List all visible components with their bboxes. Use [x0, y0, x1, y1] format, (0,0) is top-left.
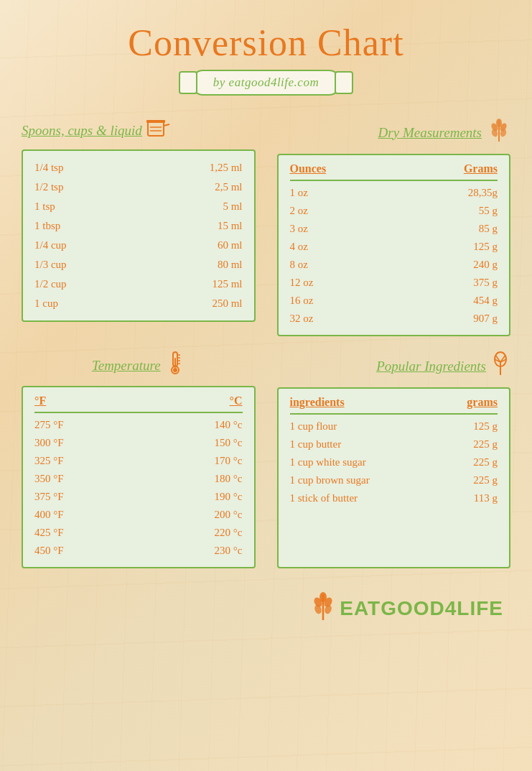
- table-cell: 3 oz: [290, 223, 308, 235]
- table-row: 4 oz125 g: [290, 238, 498, 256]
- table-cell: 1/4 cup: [34, 239, 67, 251]
- table-row: 16 oz454 g: [290, 292, 498, 310]
- table-cell: 200 °c: [215, 509, 243, 521]
- table-row: 1/3 cup80 ml: [34, 255, 243, 274]
- table-cell: 28,35g: [468, 187, 498, 199]
- wheat-icon: [487, 117, 510, 148]
- table-cell: 375 °F: [34, 491, 64, 503]
- table-cell: 240 g: [473, 259, 498, 271]
- dry-header: Dry Measurements: [277, 117, 511, 148]
- table-cell: 1 tsp: [34, 200, 55, 213]
- table-cell: 190 °c: [215, 491, 243, 503]
- table-row: 1 cup white sugar225 g: [290, 453, 498, 471]
- table-cell: 1/2 cup: [34, 278, 67, 290]
- table-cell: 1 oz: [290, 187, 308, 199]
- table-cell: 60 ml: [218, 239, 243, 251]
- table-row: 300 °F150 °c: [34, 434, 243, 452]
- subtitle-banner: by eatgood4life.com: [22, 70, 510, 96]
- rolling-pin: by eatgood4life.com: [190, 70, 342, 96]
- table-cell: 32 oz: [290, 313, 314, 325]
- table-row: 1/2 cup125 ml: [34, 274, 243, 294]
- dry-rows: 1 oz28,35g2 oz55 g3 oz85 g4 oz125 g8 oz2…: [290, 184, 498, 328]
- dry-table-header: Ounces Grams: [290, 162, 498, 181]
- table-cell: 15 ml: [218, 220, 243, 232]
- table-cell: 450 °F: [34, 545, 64, 557]
- table-cell: 325 °F: [34, 455, 64, 467]
- table-cell: 400 °F: [34, 509, 64, 521]
- table-row: 1/4 cup60 ml: [34, 236, 243, 255]
- table-cell: 1,25 ml: [210, 162, 243, 174]
- ingredients-section: Popular Ingredients ingredients: [277, 351, 511, 568]
- whisk-icon: [490, 351, 510, 382]
- table-row: 1 cup flour125 g: [290, 417, 498, 435]
- table-row: 1 tbsp15 ml: [34, 216, 243, 236]
- table-cell: 225 g: [473, 456, 498, 468]
- table-cell: 1/4 tsp: [34, 162, 63, 174]
- table-row: 1 cup250 ml: [34, 294, 243, 313]
- ingredients-header: Popular Ingredients: [277, 351, 511, 382]
- svg-rect-14: [174, 358, 176, 368]
- table-cell: 125 g: [473, 420, 498, 433]
- table-cell: 125 ml: [212, 278, 242, 290]
- table-cell: 80 ml: [218, 259, 243, 271]
- table-cell: 220 °c: [215, 527, 243, 539]
- table-cell: 16 oz: [290, 295, 314, 307]
- table-cell: 425 °F: [34, 527, 64, 539]
- table-cell: 275 °F: [34, 419, 64, 431]
- thermometer-icon: [165, 351, 185, 380]
- ingredients-header-left: ingredients: [290, 396, 345, 409]
- table-row: 3 oz85 g: [290, 220, 498, 238]
- table-cell: 1 cup white sugar: [290, 456, 366, 468]
- table-cell: 4 oz: [290, 241, 308, 253]
- footer-wheat-icon: [309, 590, 337, 627]
- table-cell: 85 g: [479, 223, 498, 235]
- svg-point-13: [173, 368, 177, 372]
- table-row: 12 oz375 g: [290, 274, 498, 292]
- table-row: 425 °F220 °c: [34, 524, 243, 542]
- footer: EATGOOD4LIFE: [22, 590, 510, 627]
- table-row: 2 oz55 g: [290, 202, 498, 220]
- table-row: 8 oz240 g: [290, 256, 498, 274]
- footer-text: EATGOOD4LIFE: [340, 597, 503, 620]
- ingredients-rows: 1 cup flour125 g1 cup butter225 g1 cup w…: [290, 417, 498, 507]
- table-row: 1 stick of butter113 g: [290, 489, 498, 507]
- table-cell: 1 cup brown sugar: [290, 474, 370, 486]
- table-row: 1 tsp5 ml: [34, 197, 243, 216]
- table-cell: 1/2 tsp: [34, 181, 63, 193]
- table-row: 1 cup brown sugar225 g: [290, 471, 498, 489]
- table-row: 400 °F200 °c: [34, 506, 243, 524]
- table-cell: 170 °c: [215, 455, 243, 467]
- svg-rect-1: [146, 120, 165, 123]
- dry-section: Dry Measurements Ounces Grams: [277, 117, 511, 336]
- table-cell: 230 °c: [215, 545, 243, 557]
- table-row: 325 °F170 °c: [34, 452, 243, 470]
- svg-rect-0: [148, 121, 164, 136]
- table-cell: 5 ml: [223, 200, 242, 213]
- table-row: 1/4 tsp1,25 ml: [34, 158, 243, 177]
- dry-title: Dry Measurements: [378, 125, 482, 141]
- table-cell: 55 g: [479, 205, 498, 217]
- temperature-title: Temperature: [92, 358, 161, 374]
- page: Conversion Chart by eatgood4life.com Spo…: [0, 0, 532, 771]
- temperature-header-left: °F: [34, 394, 46, 407]
- table-row: 32 oz907 g: [290, 310, 498, 328]
- spoons-rows: 1/4 tsp1,25 ml1/2 tsp2,5 ml1 tsp5 ml1 tb…: [34, 158, 243, 313]
- dry-table: Ounces Grams 1 oz28,35g2 oz55 g3 oz85 g4…: [277, 154, 511, 336]
- table-row: 375 °F190 °c: [34, 488, 243, 506]
- dry-header-right: Grams: [464, 162, 498, 175]
- table-cell: 350 °F: [34, 473, 64, 485]
- content-grid: Spoons, cups & liquid 1/4 tsp1,25 ml1/2 …: [22, 117, 510, 568]
- table-row: 350 °F180 °c: [34, 470, 243, 488]
- spoons-title: Spoons, cups & liquid: [22, 123, 142, 139]
- page-title: Conversion Chart: [22, 22, 510, 64]
- subtitle-text: by eatgood4life.com: [213, 75, 319, 90]
- table-cell: 1 tbsp: [34, 220, 60, 232]
- temperature-header-right: °C: [230, 394, 243, 407]
- spoons-section: Spoons, cups & liquid 1/4 tsp1,25 ml1/2 …: [22, 117, 256, 336]
- table-cell: 1 cup: [34, 297, 58, 310]
- table-row: 1 cup butter225 g: [290, 435, 498, 453]
- table-cell: 225 g: [473, 438, 498, 451]
- table-cell: 140 °c: [215, 419, 243, 431]
- table-row: 1/2 tsp2,5 ml: [34, 177, 243, 197]
- table-cell: 150 °c: [215, 437, 243, 449]
